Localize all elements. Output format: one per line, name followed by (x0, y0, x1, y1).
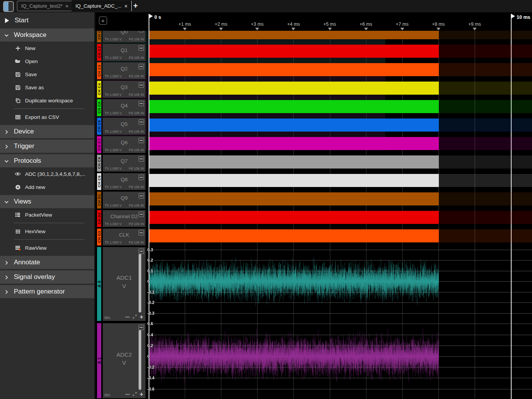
channel-block-9[interactable]: Q9Th 1.650 VPd 10k IN (103, 192, 146, 209)
ruler-start-label: 0 s (154, 15, 161, 20)
channel-tag-3[interactable]: CH C4 (97, 81, 101, 98)
pull-value: Pd 10k IN (129, 185, 144, 189)
sidebar-label: Workspace (14, 31, 47, 39)
sidebar-section-workspace[interactable]: Workspace (0, 28, 94, 42)
time-ruler[interactable]: + +1 ms+2 ms+3 ms+4 ms+5 ms+6 ms+7 ms+8 … (94, 12, 532, 31)
digital-waveform-10[interactable] (149, 211, 439, 224)
tab-close-icon[interactable]: × (65, 3, 69, 9)
digital-waveform-4[interactable] (149, 100, 439, 113)
digital-waveform-11[interactable] (149, 229, 439, 242)
digital-waveform-9[interactable] (149, 192, 439, 205)
analog-block-adc1[interactable]: ADC1Vdec+ (103, 247, 146, 321)
channel-block-4[interactable]: Q4Th 1.650 VPd 10k IN (103, 99, 146, 116)
channel-tag-7[interactable]: CH C8 (97, 155, 101, 172)
sidebar-item-hexview[interactable]: HexView (0, 225, 94, 238)
channel-tag-5[interactable]: CH C6 (97, 118, 101, 135)
analog-block-adc2[interactable]: ADC2Vdec+ (103, 323, 146, 398)
vertical-scale-scrollbar[interactable] (139, 330, 141, 390)
channel-settings: Th 1.650 VPd 10k IN (105, 93, 144, 97)
digital-waveform-1[interactable] (149, 45, 439, 58)
tab-label: IQ_Capture_ADC_... (75, 3, 122, 9)
sidebar-item-open[interactable]: Open (0, 55, 94, 68)
sidebar-item-rawview[interactable]: RawView (0, 241, 94, 254)
sidebar-section-annotate[interactable]: Annotate (0, 256, 94, 269)
digital-waveform-3[interactable] (149, 82, 439, 95)
collapse-channel-button[interactable] (139, 325, 144, 330)
start-marker-flag-icon[interactable] (149, 14, 153, 18)
sidebar-item-adc-30-1-2-3-4-5-6-7-8[interactable]: ADC (30,1,2,3,4,5,6,7,8,... (0, 167, 94, 180)
digital-waveform-7[interactable] (149, 155, 439, 169)
analog-tag-0[interactable]: A 0 (97, 247, 101, 321)
threshold-value: Th 1.650 V (105, 185, 122, 189)
copy-icon (15, 97, 21, 104)
zoom-out-button[interactable] (125, 317, 130, 317)
tab-2[interactable]: IQ_Capture_ADC_...× (72, 1, 132, 11)
expand-icon[interactable] (132, 314, 137, 320)
sidebar-section-views[interactable]: Views (0, 195, 94, 208)
sidebar-item-packetview[interactable]: PacketView (0, 208, 94, 221)
plus-icon (15, 45, 21, 51)
new-tab-button[interactable]: + (131, 1, 140, 11)
digital-waveform-6[interactable] (149, 137, 439, 150)
digital-waveform-dim-1 (439, 45, 532, 58)
channel-block-8[interactable]: Q8Th 1.650 VPd 10k IN (103, 173, 146, 190)
analog-tag-1[interactable]: A 1 (97, 323, 101, 398)
sidebar-item-save-as[interactable]: Save as (0, 81, 94, 94)
ruler-tick-label: +5 ms (323, 22, 336, 27)
sidebar-section-pattern-generator[interactable]: Pattern generator (0, 285, 94, 298)
sidebar-section-signal-overlay[interactable]: Signal overlay (0, 270, 94, 284)
play-icon (4, 17, 10, 23)
add-panel-button[interactable]: + (99, 17, 107, 25)
sidebar-toggle-icon[interactable] (3, 1, 14, 12)
channel-tag-10[interactable]: CH D2 (97, 210, 101, 227)
tab-close-icon[interactable]: × (124, 3, 127, 9)
digital-waveform-2[interactable] (149, 63, 439, 76)
sidebar-item-add-new[interactable]: Add new (0, 180, 94, 194)
channel-settings: Th 1.650 VPd 10k IN (105, 37, 144, 41)
channel-settings: Th 1.650 VPd 10k IN (105, 204, 144, 207)
pull-value: Pd 10k IN (129, 222, 144, 226)
sidebar-section-protocols[interactable]: Protocols (0, 154, 94, 167)
digital-waveform-5[interactable] (149, 119, 439, 132)
end-marker-flag-icon[interactable] (511, 14, 515, 18)
channel-settings: Th 1.650 VPd 10k IN (105, 222, 144, 226)
threshold-value: Th 1.650 V (105, 222, 122, 226)
channel-block-1[interactable]: Q1Th 1.650 VPd 10k IN (103, 44, 146, 61)
channel-tag-4[interactable]: CH C5 (97, 99, 101, 116)
sidebar-item-duplicate-workspace[interactable]: Duplicate workspace (0, 94, 94, 107)
channel-block-6[interactable]: Q6Th 1.650 VPd 10k IN (103, 136, 146, 153)
collapse-channel-button[interactable] (139, 249, 144, 254)
channel-tag-11[interactable]: CH D3 (97, 229, 101, 245)
vertical-scale-scrollbar[interactable] (139, 254, 141, 312)
scale-label: 0 (147, 279, 150, 284)
channel-tag-9[interactable]: CH D1 (97, 192, 101, 209)
channel-tag-1[interactable]: CH C2 (97, 44, 101, 61)
analog-waveform-adc1[interactable] (149, 247, 439, 322)
channel-block-3[interactable]: Q3Th 1.650 VPd 10k IN (103, 81, 146, 98)
scale-label: 0.3 (147, 247, 153, 252)
sidebar-label: Start (15, 17, 28, 24)
expand-icon[interactable] (132, 392, 137, 397)
channel-tag-8[interactable]: CH C9 (97, 173, 101, 190)
channel-block-5[interactable]: Q5Th 1.650 VPd 10k IN (103, 118, 146, 135)
pull-value: Pd 10k IN (129, 240, 144, 244)
channel-tag-2[interactable]: CH C3 (97, 62, 101, 79)
sidebar-section-device[interactable]: Device (0, 125, 94, 138)
tab-1[interactable]: IQ_Capture_test2*× (17, 1, 73, 11)
sidebar-item-new[interactable]: New (0, 42, 94, 55)
zoom-out-button[interactable] (125, 394, 130, 395)
channel-tag-6[interactable]: CH C7 (97, 136, 101, 153)
channel-block-10[interactable]: Channel D2Th 1.650 VPd 10k IN (103, 210, 146, 227)
channel-block-11[interactable]: CLKTh 1.650 VPd 10k IN (103, 229, 146, 245)
channel-block-2[interactable]: Q2Th 1.650 VPd 10k IN (103, 62, 146, 79)
channel-name: CLK (103, 232, 146, 238)
digital-waveform-8[interactable] (149, 174, 439, 187)
zoom-in-button[interactable]: + (140, 315, 143, 319)
zoom-in-button[interactable]: + (140, 392, 143, 397)
channel-block-7[interactable]: Q7Th 1.650 VPd 10k IN (103, 155, 146, 172)
sidebar-item-save[interactable]: Save (0, 68, 94, 81)
sidebar-item-start[interactable]: Start (0, 14, 94, 27)
analog-waveform-adc2[interactable] (149, 323, 439, 399)
sidebar-section-trigger[interactable]: Trigger (0, 140, 94, 153)
sidebar-item-export-as-csv[interactable]: Export as CSV (0, 110, 94, 124)
